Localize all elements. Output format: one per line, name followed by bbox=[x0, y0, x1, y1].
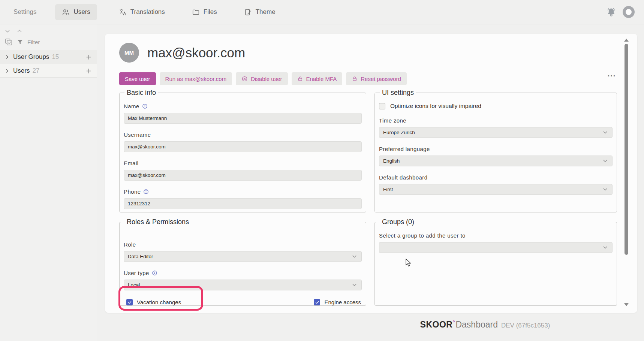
page-title: max@skoor.com bbox=[147, 45, 245, 60]
chevron-down-icon bbox=[602, 244, 608, 251]
field-default-dashboard: Default dashboard First bbox=[379, 173, 613, 195]
sidebar-filter-row: Filter bbox=[0, 34, 97, 50]
sidebar-item-user-groups[interactable]: User Groups 15 bbox=[0, 50, 97, 64]
groups-legend: Groups (0) bbox=[380, 218, 416, 226]
user-type-select[interactable]: Local bbox=[124, 280, 362, 290]
nav-users-label: Users bbox=[73, 8, 90, 16]
group-select-label: Select a group to add the user to bbox=[379, 232, 466, 239]
time-zone-select[interactable]: Europe Zurich bbox=[379, 127, 613, 138]
filter-funnel-icon[interactable] bbox=[17, 39, 23, 45]
filter-label: Filter bbox=[27, 39, 40, 45]
nav-item-users[interactable]: Users bbox=[55, 4, 97, 20]
vacation-changes-label: Vacation changes bbox=[137, 299, 181, 305]
add-user-group-icon[interactable] bbox=[85, 54, 92, 61]
save-user-button[interactable]: Save user bbox=[119, 72, 156, 85]
email-label: Email bbox=[124, 160, 139, 166]
theme-icon bbox=[244, 8, 252, 16]
reset-password-button[interactable]: Reset password bbox=[346, 72, 407, 85]
skoor-logo-degree: ° bbox=[452, 319, 455, 326]
username-input[interactable] bbox=[124, 141, 362, 152]
run-as-button[interactable]: Run as max@skoor.com bbox=[160, 72, 232, 85]
sidebar: Filter User Groups 15 Users bbox=[0, 24, 97, 341]
user-detail-card: MM max@skoor.com Save user Run as max@sk… bbox=[105, 34, 637, 313]
chevron-down-icon bbox=[602, 129, 608, 136]
default-dashboard-select[interactable]: First bbox=[379, 184, 613, 195]
preferred-language-value: English bbox=[383, 158, 400, 164]
username-label: Username bbox=[124, 132, 151, 138]
chevron-down-icon bbox=[602, 186, 608, 193]
nav-settings-label: Settings bbox=[13, 8, 36, 16]
permissions-checkbox-row: Vacation changes Engine access bbox=[124, 299, 362, 305]
groups-fieldset: Groups (0) Select a group to add the use… bbox=[374, 218, 617, 306]
info-icon[interactable] bbox=[142, 103, 148, 109]
name-label: Name bbox=[124, 103, 139, 109]
optimize-icons-checkbox-row[interactable]: Optimize icons for visually impaired bbox=[379, 103, 613, 109]
group-select[interactable] bbox=[379, 242, 613, 253]
phone-input[interactable] bbox=[124, 198, 362, 209]
more-options-button[interactable]: ... bbox=[604, 68, 619, 79]
notification-bell-icon[interactable] bbox=[606, 7, 616, 17]
user-type-label: User type bbox=[124, 270, 149, 276]
field-phone: Phone bbox=[124, 188, 362, 209]
field-user-type: User type Local bbox=[124, 269, 362, 290]
multi-select-icon[interactable] bbox=[4, 38, 13, 46]
disable-user-button[interactable]: Disable user bbox=[236, 72, 288, 85]
enable-mfa-label: Enable MFA bbox=[306, 76, 337, 82]
user-avatar[interactable] bbox=[622, 6, 635, 18]
reset-password-label: Reset password bbox=[361, 76, 401, 82]
email-field[interactable] bbox=[124, 170, 362, 181]
nav-item-translations[interactable]: Translations bbox=[119, 8, 165, 16]
topbar-right-icons bbox=[606, 6, 635, 18]
environment-version: DEV (67f5c1653) bbox=[501, 322, 550, 329]
info-icon[interactable] bbox=[152, 270, 157, 276]
tree-label: Users bbox=[13, 67, 30, 75]
engine-access-checkbox[interactable] bbox=[314, 299, 320, 305]
enable-mfa-button[interactable]: Enable MFA bbox=[292, 72, 343, 85]
sidebar-item-users[interactable]: Users 27 bbox=[0, 64, 97, 78]
preferred-language-select[interactable]: English bbox=[379, 156, 613, 166]
chevron-down-icon bbox=[602, 158, 608, 164]
field-email: Email bbox=[124, 159, 362, 181]
nav-item-theme[interactable]: Theme bbox=[244, 8, 276, 16]
info-icon[interactable] bbox=[143, 189, 149, 194]
name-input[interactable] bbox=[124, 113, 362, 124]
role-select[interactable]: Data Editor bbox=[124, 251, 362, 262]
user-type-value: Local bbox=[128, 282, 140, 288]
scrollbar-up-arrow[interactable] bbox=[624, 39, 629, 42]
roles-permissions-legend: Roles & Permissions bbox=[124, 218, 191, 226]
collapse-all-icon[interactable] bbox=[4, 28, 10, 34]
folder-icon bbox=[192, 8, 200, 16]
run-as-label: Run as max@skoor.com bbox=[165, 76, 227, 82]
scrollbar-thumb[interactable] bbox=[625, 44, 628, 255]
ui-settings-fieldset: UI settings Optimize icons for visually … bbox=[374, 89, 617, 212]
add-user-icon[interactable] bbox=[85, 67, 92, 75]
field-time-zone: Time zone Europe Zurich bbox=[379, 117, 613, 138]
field-username: Username bbox=[124, 131, 362, 152]
footer-branding: SKOOR ° Dashboard DEV (67f5c1653) bbox=[420, 320, 550, 330]
nav-item-settings[interactable]: Settings bbox=[13, 8, 36, 16]
basic-info-fieldset: Basic info Name Username Email bbox=[119, 89, 366, 212]
preferred-language-label: Preferred language bbox=[379, 146, 430, 152]
scrollbar-down-arrow[interactable] bbox=[624, 303, 629, 306]
chevron-right-icon[interactable] bbox=[4, 68, 10, 73]
translate-icon bbox=[119, 8, 127, 16]
expand-all-icon[interactable] bbox=[16, 28, 22, 34]
vacation-changes-checkbox[interactable] bbox=[126, 299, 133, 305]
field-preferred-language: Preferred language English bbox=[379, 145, 613, 166]
vacation-changes-checkbox-row[interactable]: Vacation changes bbox=[126, 299, 181, 305]
tree-count: 15 bbox=[52, 53, 59, 61]
lock-icon bbox=[297, 76, 303, 82]
field-group-select: Select a group to add the user to bbox=[379, 232, 613, 253]
lock-icon bbox=[352, 76, 358, 82]
time-zone-label: Time zone bbox=[379, 117, 406, 124]
sidebar-tree: User Groups 15 Users 27 bbox=[0, 50, 97, 78]
top-navigation-bar: Settings Users Translations Files bbox=[0, 0, 644, 24]
default-dashboard-value: First bbox=[383, 187, 393, 192]
time-zone-value: Europe Zurich bbox=[383, 130, 415, 135]
users-icon bbox=[62, 8, 70, 16]
engine-access-checkbox-row[interactable]: Engine access bbox=[314, 299, 361, 305]
optimize-icons-checkbox[interactable] bbox=[379, 103, 385, 109]
avatar: MM bbox=[119, 43, 139, 63]
nav-item-files[interactable]: Files bbox=[192, 8, 217, 16]
chevron-right-icon[interactable] bbox=[4, 54, 10, 60]
